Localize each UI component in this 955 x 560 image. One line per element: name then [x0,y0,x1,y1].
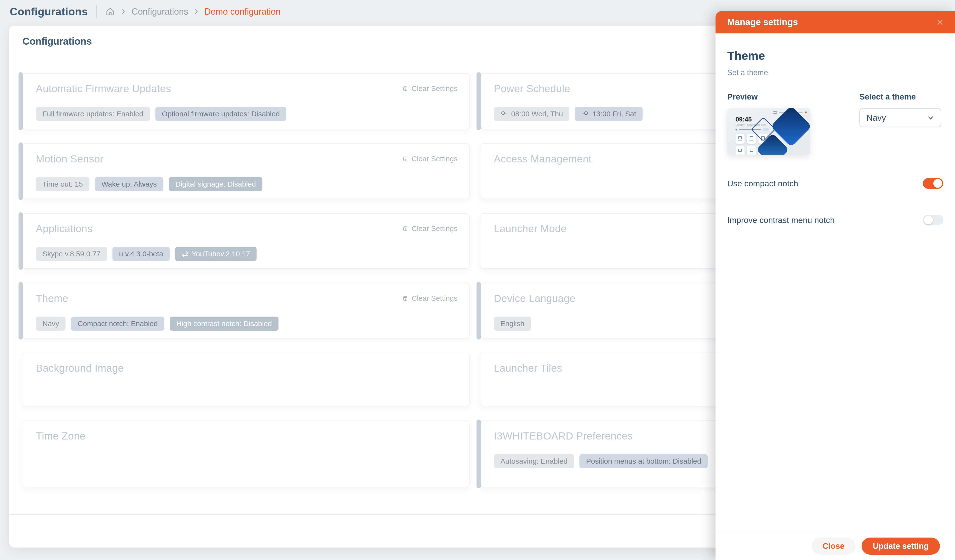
clear-settings-button[interactable]: Clear Settings [402,294,457,302]
card-accent-stripe [19,212,23,270]
theme-select[interactable]: Navy [860,108,941,127]
setting-tag: Wake up: Always [95,177,163,191]
setting-tag-label: Position menus at bottom: Disabled [586,457,701,465]
close-button[interactable]: Close [812,538,855,555]
card-title: Time Zone [36,430,457,442]
trash-icon [402,155,409,162]
setting-tag: ⇄YouTubev.2.10.17 [175,247,257,261]
setting-tag-label: Compact notch: Enabled [78,319,158,328]
setting-tag-label: Digital signage: Disabled [175,180,256,188]
drawer-title: Manage settings [727,17,798,27]
setting-tag: Optional firmware updates: Disabled [155,107,286,121]
config-card[interactable]: ApplicationsClear SettingsSkype v.8.59.0… [22,213,470,269]
setting-tag-label: High contrast notch: Disabled [176,319,272,328]
config-card[interactable]: Motion SensorClear SettingsTime out: 15W… [22,144,470,199]
card-accent-stripe [476,72,481,130]
setting-tag-label: Skype v.8.59.0.77 [42,250,100,258]
setting-tag: Skype v.8.59.0.77 [36,247,107,261]
breadcrumb-divider [96,5,97,18]
clear-settings-label: Clear Settings [412,224,457,233]
card-accent-stripe [476,419,481,488]
setting-tag: Navy [36,317,66,331]
clear-settings-label: Clear Settings [412,155,457,163]
theme-section-title: Theme [727,49,943,63]
setting-tags: NavyCompact notch: EnabledHigh contrast … [36,317,457,331]
theme-preview-image: 09:45 Sunday · September 10th [727,108,810,155]
clear-settings-label: Clear Settings [412,84,457,93]
setting-tag: Autosaving: Enabled [494,454,574,468]
drawer-header: Manage settings × [715,11,955,33]
setting-tags: Full firmware updates: EnabledOptional f… [36,107,457,121]
preview-clock: 09:45 [736,116,752,123]
close-icon[interactable]: × [937,17,943,28]
clear-settings-button[interactable]: Clear Settings [402,155,457,163]
panel-title: Configurations [22,36,92,47]
toggle-row: Use compact notch [727,178,943,189]
card-accent-stripe [19,282,23,339]
setting-tag-label: Time out: 15 [42,180,83,188]
trash-icon [402,85,409,92]
breadcrumb-item-current: Demo configuration [204,6,280,17]
chevron-down-icon [927,114,934,122]
update-setting-button[interactable]: Update setting [862,538,940,555]
setting-tag-label: Navy [42,319,59,328]
setting-tag: Digital signage: Disabled [169,177,262,191]
setting-tags: Skype v.8.59.0.77u v.4.3.0-beta⇄YouTubev… [36,247,457,261]
theme-select-value: Navy [866,113,886,123]
theme-section-subtitle: Set a theme [727,68,943,77]
clear-settings-label: Clear Settings [412,294,457,302]
setting-tag-label: 13:00 Fri, Sat [592,110,636,118]
config-card[interactable]: Time Zone [22,421,470,487]
toggle-list: Use compact notchImprove contrast menu n… [727,178,943,225]
card-accent-stripe [19,72,23,130]
chevron-right-icon: › [195,5,198,18]
setting-tag: Full firmware updates: Enabled [36,107,150,121]
manage-settings-drawer: Manage settings × Theme Set a theme Prev… [715,11,955,560]
setting-tag-label: English [500,319,524,328]
card-title: Automatic Firmware Updates [36,83,457,95]
card-title: Background Image [36,363,457,374]
config-card[interactable]: Automatic Firmware UpdatesClear Settings… [22,73,470,129]
config-card[interactable]: ThemeClear SettingsNavyCompact notch: En… [22,283,470,338]
home-icon[interactable] [105,6,115,17]
setting-tag: Position menus at bottom: Disabled [579,454,708,468]
setting-tag: u v.4.3.0-beta [113,247,170,261]
setting-tag: 08:00 Wed, Thu [494,107,570,121]
setting-tag-label: 08:00 Wed, Thu [511,110,563,118]
toggle-knob [924,216,933,224]
page-title: Configurations [10,6,88,18]
setting-tag-label: u v.4.3.0-beta [119,250,163,258]
power-off-icon [581,109,589,119]
card-title: Applications [36,223,457,235]
setting-tag: 13:00 Fri, Sat [575,107,643,121]
preview-label: Preview [727,92,810,102]
clear-settings-button[interactable]: Clear Settings [402,84,457,93]
setting-tags: Time out: 15Wake up: AlwaysDigital signa… [36,177,457,191]
setting-tag-label: Full firmware updates: Enabled [42,110,143,118]
toggle-row: Improve contrast menu notch [727,214,943,225]
trash-icon [402,295,409,302]
toggle-label: Use compact notch [727,179,798,188]
toggle-label: Improve contrast menu notch [727,215,834,225]
setting-tag: Compact notch: Enabled [71,317,164,331]
card-accent-stripe [476,282,481,339]
drawer-footer: Close Update setting [715,532,955,560]
setting-tag: High contrast notch: Disabled [170,317,279,331]
card-title: Theme [36,293,457,304]
chevron-right-icon: › [122,5,125,18]
select-theme-label: Select a theme [860,92,941,102]
toggle-switch[interactable] [923,214,943,225]
power-on-icon [500,109,508,119]
setting-tag-label: Autosaving: Enabled [500,457,567,465]
setting-tag-label: YouTubev.2.10.17 [192,250,250,258]
preview-logo-shapes [754,108,810,155]
swap-icon: ⇄ [182,249,188,258]
config-card[interactable]: Background Image [22,353,470,406]
breadcrumb-item-configurations[interactable]: Configurations [132,6,188,17]
clear-settings-button[interactable]: Clear Settings [402,224,457,233]
setting-tag-label: Wake up: Always [102,180,157,188]
toggle-knob [933,179,942,188]
card-accent-stripe [19,142,23,200]
setting-tag: English [494,317,531,331]
toggle-switch[interactable] [923,178,943,189]
